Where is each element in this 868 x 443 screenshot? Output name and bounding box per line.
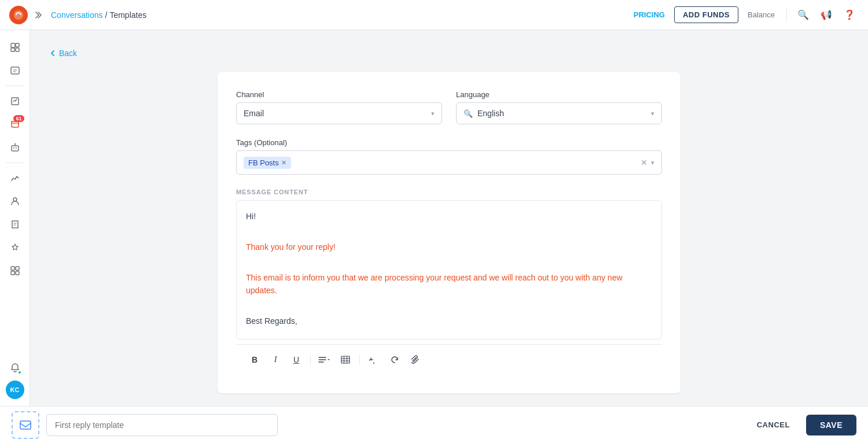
svg-rect-7	[12, 146, 19, 151]
svg-rect-13	[16, 267, 19, 270]
toolbar-table-button[interactable]	[336, 350, 355, 369]
form-card: Channel Email ▾ Language 🔍 English ▾	[218, 72, 681, 393]
svg-rect-15	[16, 271, 19, 275]
sidebar-item-templates[interactable]	[5, 260, 25, 281]
app-logo	[9, 6, 28, 24]
cancel-button[interactable]: CANCEL	[748, 415, 799, 435]
message-line-3: This email is to inform you that we are …	[246, 271, 652, 297]
language-label: Language	[456, 90, 662, 99]
sidebar-item-analytics[interactable]	[5, 168, 25, 189]
message-line-2: Thank you for your reply!	[246, 241, 652, 253]
toolbar-align-button[interactable]	[315, 350, 334, 369]
help-icon[interactable]: ❓	[840, 6, 859, 24]
topbar-divider	[786, 8, 787, 22]
sidebar-item-inbox[interactable]: 61	[5, 114, 25, 135]
svg-rect-24	[20, 421, 31, 429]
sidebar: 61	[0, 30, 30, 406]
notification-dot	[17, 370, 22, 375]
topbar: Conversations / Templates PRICING ADD FU…	[0, 0, 868, 30]
toolbar-redo-button[interactable]	[385, 350, 404, 369]
template-icon-box	[12, 411, 39, 439]
sidebar-item-kb[interactable]	[5, 214, 25, 235]
inbox-badge: 61	[13, 115, 24, 122]
tags-group: Tags (Optional) FB Posts ✕ ✕ ▾	[236, 138, 662, 175]
sidebar-item-conversations[interactable]	[5, 37, 25, 58]
sidebar-item-contacts[interactable]	[5, 191, 25, 212]
sidebar-item-reports[interactable]	[5, 91, 25, 112]
svg-rect-19	[341, 356, 350, 363]
channel-language-row: Channel Email ▾ Language 🔍 English ▾	[236, 90, 662, 124]
breadcrumb-conversations[interactable]: Conversations	[51, 10, 103, 20]
template-name-input[interactable]	[46, 414, 278, 436]
toolbar-attach-button[interactable]	[406, 350, 425, 369]
message-section-label: MESSAGE CONTENT	[236, 189, 662, 195]
notifications-icon[interactable]: 📢	[817, 6, 836, 24]
sidebar-item-widget[interactable]	[5, 60, 25, 81]
breadcrumb-current: Templates	[109, 10, 146, 20]
svg-rect-3	[11, 48, 14, 51]
message-line-1: Hi!	[246, 210, 652, 223]
tags-actions: ✕ ▾	[641, 158, 654, 167]
sidebar-divider-2	[6, 163, 24, 163]
tags-label: Tags (Optional)	[236, 138, 662, 147]
toolbar-italic-button[interactable]: I	[266, 350, 285, 369]
sidebar-notifications-icon[interactable]	[5, 357, 25, 378]
svg-rect-12	[11, 267, 14, 270]
message-line-4: Best Regards,	[246, 315, 652, 327]
svg-point-0	[14, 10, 23, 20]
toolbar-bold-button[interactable]: B	[245, 350, 264, 369]
svg-rect-6	[12, 98, 19, 105]
toolbar-divider-1	[310, 354, 311, 366]
language-search-icon: 🔍	[464, 109, 473, 118]
avatar[interactable]: KC	[6, 381, 24, 399]
svg-rect-2	[16, 43, 19, 47]
svg-rect-1	[11, 43, 15, 47]
tags-clear-icon[interactable]: ✕	[641, 158, 648, 167]
search-icon[interactable]: 🔍	[794, 6, 812, 24]
language-group: Language 🔍 English ▾	[456, 90, 662, 124]
svg-point-10	[14, 143, 16, 145]
message-editor[interactable]: Hi! Thank you for your reply! This email…	[236, 200, 662, 339]
expand-nav-button[interactable]	[32, 8, 46, 22]
channel-select[interactable]: Email ▾	[236, 102, 442, 124]
toolbar-divider-2	[359, 354, 360, 366]
sidebar-divider-1	[6, 86, 24, 86]
svg-point-8	[13, 147, 14, 149]
content-area: Back Channel Email ▾ Language 🔍 English	[30, 30, 868, 406]
svg-rect-4	[16, 48, 19, 51]
tag-fb-posts: FB Posts ✕	[244, 157, 291, 169]
bottom-bar: CANCEL SAVE	[0, 406, 868, 443]
editor-toolbar: B I U	[236, 344, 662, 375]
channel-group: Channel Email ▾	[236, 90, 442, 124]
svg-point-9	[16, 147, 17, 149]
svg-rect-14	[11, 271, 14, 275]
tag-label: FB Posts	[248, 158, 279, 167]
add-funds-button[interactable]: ADD FUNDS	[674, 6, 738, 23]
channel-chevron-icon: ▾	[431, 110, 435, 117]
language-value: English	[477, 109, 646, 118]
svg-rect-5	[11, 67, 19, 74]
sidebar-item-reviews[interactable]	[5, 237, 25, 258]
main-layout: 61	[0, 30, 868, 406]
channel-label: Channel	[236, 90, 442, 99]
tag-remove-icon[interactable]: ✕	[281, 159, 286, 167]
save-button[interactable]: SAVE	[806, 415, 856, 435]
svg-point-11	[13, 198, 17, 201]
toolbar-undo-button[interactable]	[365, 350, 383, 369]
tags-input[interactable]: FB Posts ✕ ✕ ▾	[236, 150, 662, 175]
breadcrumb: Conversations / Templates	[51, 10, 146, 20]
tags-chevron-icon[interactable]: ▾	[651, 159, 654, 167]
sidebar-item-bot[interactable]	[5, 137, 25, 158]
pricing-link[interactable]: PRICING	[629, 10, 670, 19]
breadcrumb-separator: /	[105, 10, 108, 20]
language-chevron-icon: ▾	[651, 110, 654, 117]
channel-value: Email	[244, 109, 264, 118]
back-link[interactable]: Back	[49, 49, 849, 58]
balance-label: Balance	[743, 10, 779, 19]
toolbar-underline-button[interactable]: U	[287, 350, 306, 369]
message-content-section: MESSAGE CONTENT Hi! Thank you for your r…	[236, 189, 662, 339]
language-select[interactable]: 🔍 English ▾	[456, 102, 662, 124]
